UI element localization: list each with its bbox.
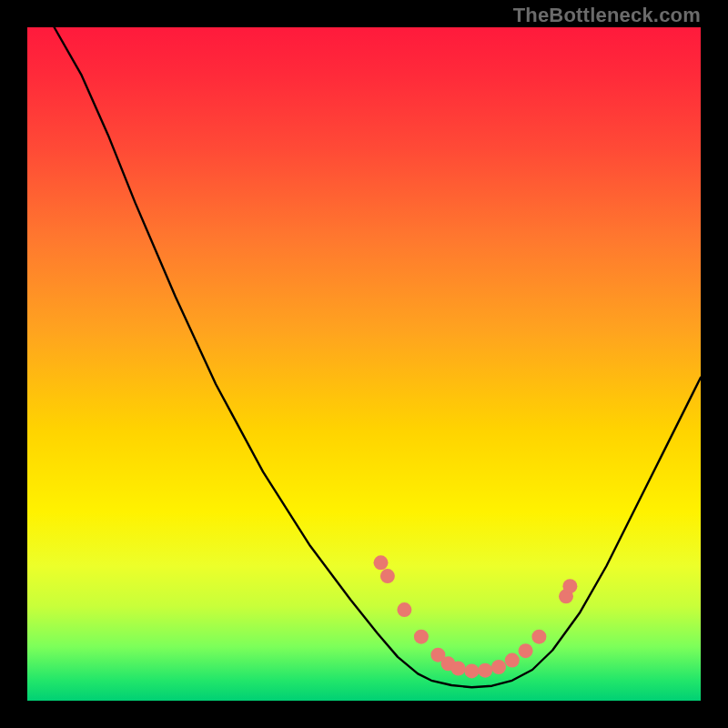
data-marker	[531, 630, 546, 644]
data-marker	[414, 630, 429, 644]
data-marker	[505, 653, 520, 668]
chart-frame: TheBottleneck.com	[0, 0, 728, 728]
data-marker	[380, 569, 395, 583]
data-marker	[397, 602, 411, 617]
data-marker	[451, 662, 466, 676]
data-marker	[374, 555, 389, 570]
data-marker	[562, 579, 577, 593]
watermark-text: TheBottleneck.com	[513, 4, 701, 27]
data-marker	[464, 663, 479, 678]
data-marker	[478, 663, 492, 678]
data-marker	[491, 660, 506, 674]
plot-area	[27, 27, 701, 701]
data-marker	[519, 643, 533, 658]
bottleneck-curve	[27, 27, 701, 701]
